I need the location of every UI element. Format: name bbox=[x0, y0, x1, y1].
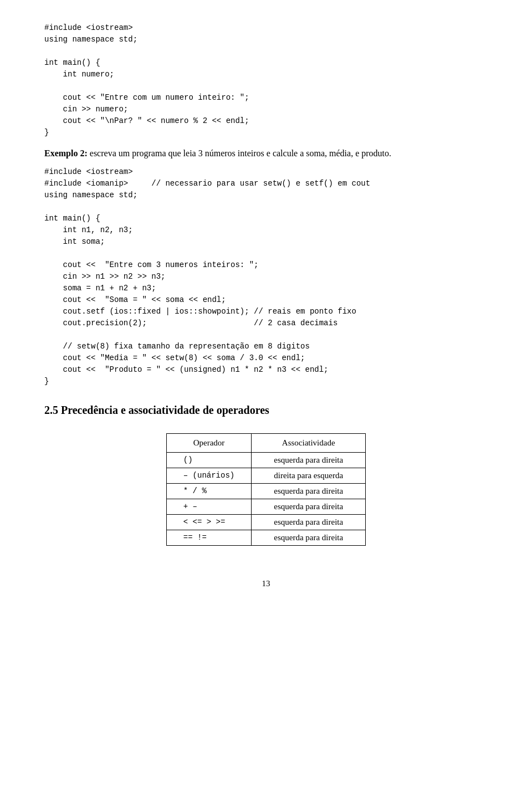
operator-cell: < <= > >= bbox=[166, 515, 251, 530]
table-row: == !=esquerda para direita bbox=[166, 530, 365, 546]
page-number: 13 bbox=[44, 579, 488, 588]
col-header-operator: Operador bbox=[166, 434, 251, 453]
associativity-cell: esquerda para direita bbox=[252, 530, 366, 546]
associativity-cell: esquerda para direita bbox=[252, 453, 366, 468]
section-title: Precedência e associatividade de operado… bbox=[61, 404, 269, 416]
associativity-cell: esquerda para direita bbox=[252, 499, 366, 515]
example-2-description: escreva um programa que leia 3 números i… bbox=[90, 148, 391, 158]
example-2-label: Exemplo 2: escreva um programa que leia … bbox=[44, 148, 488, 158]
example-2-bold: Exemplo 2: bbox=[44, 148, 88, 158]
code-block-2: #include <iostream> #include <iomanip> /… bbox=[44, 166, 488, 387]
associativity-cell: esquerda para direita bbox=[252, 515, 366, 530]
operator-cell: () bbox=[166, 453, 251, 468]
code-block-1: #include <iostream> using namespace std;… bbox=[44, 22, 488, 139]
table-header-row: Operador Associatividade bbox=[166, 434, 365, 453]
table-row: < <= > >=esquerda para direita bbox=[166, 515, 365, 530]
associativity-cell: esquerda para direita bbox=[252, 484, 366, 499]
associativity-cell: direita para esquerda bbox=[252, 468, 366, 484]
operator-cell: + – bbox=[166, 499, 251, 515]
code-content-2: #include <iostream> #include <iomanip> /… bbox=[44, 166, 488, 387]
section-number: 2.5 bbox=[44, 404, 58, 416]
table-row: – (unários)direita para esquerda bbox=[166, 468, 365, 484]
section-2-5-heading: 2.5 Precedência e associatividade de ope… bbox=[44, 404, 488, 417]
col-header-associativity: Associatividade bbox=[252, 434, 366, 453]
table-row: * / %esquerda para direita bbox=[166, 484, 365, 499]
operator-cell: == != bbox=[166, 530, 251, 546]
table-row: + –esquerda para direita bbox=[166, 499, 365, 515]
operator-cell: * / % bbox=[166, 484, 251, 499]
table-row: ()esquerda para direita bbox=[166, 453, 365, 468]
operators-table-container: Operador Associatividade ()esquerda para… bbox=[44, 433, 488, 546]
code-content-1: #include <iostream> using namespace std;… bbox=[44, 22, 488, 139]
operator-cell: – (unários) bbox=[166, 468, 251, 484]
operators-table: Operador Associatividade ()esquerda para… bbox=[166, 433, 366, 546]
